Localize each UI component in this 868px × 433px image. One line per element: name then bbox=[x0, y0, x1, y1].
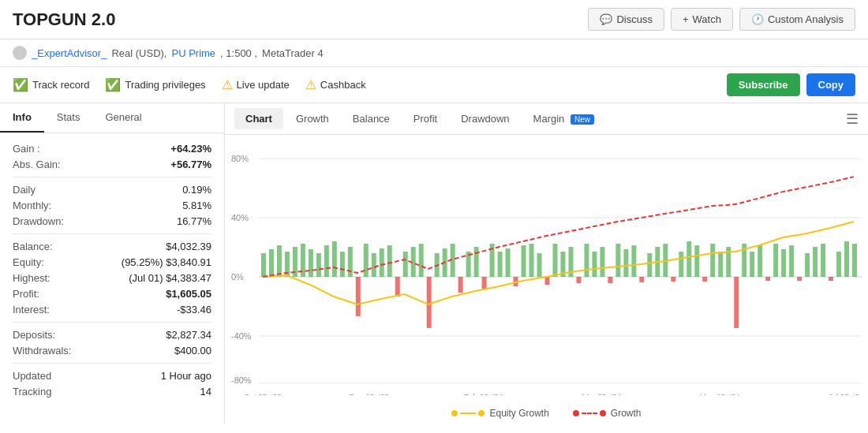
svg-rect-22 bbox=[364, 244, 369, 277]
svg-rect-33 bbox=[474, 247, 479, 277]
header: TOPGUN 2.0 💬 Discuss + Watch 🕐 Custom An… bbox=[0, 0, 868, 39]
chart-area: 80% 40% 0% -40% -80% bbox=[225, 135, 868, 403]
svg-rect-64 bbox=[805, 253, 810, 277]
svg-text:-40%: -40% bbox=[231, 331, 252, 341]
svg-rect-23 bbox=[372, 253, 376, 277]
svg-rect-44 bbox=[592, 252, 597, 277]
clock-icon: 🕐 bbox=[751, 13, 764, 25]
right-panel: Chart Growth Balance Profit Drawdown Mar… bbox=[225, 103, 868, 424]
svg-rect-17 bbox=[316, 253, 321, 277]
watch-button[interactable]: + Watch bbox=[671, 8, 733, 31]
author-link[interactable]: _ExpertAdvisor_ bbox=[32, 47, 107, 59]
svg-rect-84 bbox=[797, 277, 802, 281]
svg-text:Feb 02, '24: Feb 02, '24 bbox=[464, 392, 503, 395]
discuss-button[interactable]: 💬 Discuss bbox=[588, 8, 664, 31]
main-content: Info Stats General Gain : +64.23% Abs. G… bbox=[0, 103, 868, 424]
chat-icon: 💬 bbox=[600, 13, 612, 25]
chart-tabs: Chart Growth Balance Profit Drawdown Mar… bbox=[225, 103, 868, 135]
withdrawals-row: Withdrawals: $400.00 bbox=[13, 345, 211, 356]
svg-rect-82 bbox=[734, 277, 739, 328]
svg-rect-19 bbox=[332, 241, 337, 277]
svg-rect-78 bbox=[608, 277, 612, 283]
svg-rect-49 bbox=[647, 253, 652, 277]
svg-rect-48 bbox=[631, 245, 636, 277]
svg-rect-12 bbox=[277, 245, 282, 277]
svg-rect-37 bbox=[522, 245, 526, 277]
svg-text:80%: 80% bbox=[231, 154, 249, 163]
avatar bbox=[13, 46, 27, 60]
svg-rect-21 bbox=[348, 247, 353, 277]
chart-settings-icon[interactable]: ☰ bbox=[846, 110, 859, 128]
abs-gain-row: Abs. Gain: +56.77% bbox=[13, 159, 211, 170]
svg-rect-54 bbox=[694, 245, 699, 277]
svg-rect-67 bbox=[836, 252, 841, 277]
deposits-row: Deposits: $2,827.34 bbox=[13, 329, 211, 341]
svg-rect-39 bbox=[537, 253, 542, 277]
warn-icon: ⚠ bbox=[305, 77, 316, 92]
svg-rect-46 bbox=[615, 244, 620, 277]
tab-info[interactable]: Info bbox=[0, 103, 44, 133]
chart-tab-margin[interactable]: Margin New bbox=[522, 108, 605, 129]
svg-rect-18 bbox=[324, 245, 329, 277]
custom-analysis-button[interactable]: 🕐 Custom Analysis bbox=[739, 8, 855, 31]
warn-icon: ⚠ bbox=[222, 77, 233, 92]
svg-rect-76 bbox=[545, 277, 550, 285]
svg-text:-80%: -80% bbox=[231, 375, 252, 385]
chart-svg: 80% 40% 0% -40% -80% bbox=[231, 143, 862, 395]
svg-text:Oct 23, '23: Oct 23, '23 bbox=[244, 392, 282, 395]
svg-text:Dec 12, '23: Dec 12, '23 bbox=[350, 392, 390, 395]
interest-row: Interest: -$33.46 bbox=[13, 304, 211, 315]
svg-text:Mar 25, '24: Mar 25, '24 bbox=[582, 392, 622, 395]
header-actions: 💬 Discuss + Watch 🕐 Custom Analysis bbox=[588, 8, 855, 31]
tab-stats[interactable]: Stats bbox=[44, 103, 93, 133]
info-panel: Gain : +64.23% Abs. Gain: +56.77% Daily … bbox=[0, 133, 224, 411]
svg-text:0%: 0% bbox=[231, 272, 244, 282]
svg-rect-66 bbox=[821, 244, 825, 277]
broker-link[interactable]: PU Prime bbox=[171, 47, 215, 59]
badges-row: ✅ Track record ✅ Trading privileges ⚠ Li… bbox=[0, 67, 868, 103]
chart-tab-balance[interactable]: Balance bbox=[342, 108, 401, 129]
svg-rect-26 bbox=[403, 252, 408, 277]
svg-rect-79 bbox=[639, 277, 644, 282]
copy-button[interactable]: Copy bbox=[806, 73, 856, 96]
updated-row: Updated 1 Hour ago bbox=[13, 370, 211, 382]
plus-icon: + bbox=[683, 13, 689, 25]
chart-tab-growth[interactable]: Growth bbox=[285, 108, 340, 129]
profit-row: Profit: $1,605.05 bbox=[13, 288, 211, 300]
svg-rect-69 bbox=[852, 244, 857, 277]
gain-row: Gain : +64.23% bbox=[13, 143, 211, 155]
growth-line bbox=[582, 412, 597, 414]
subscribe-button[interactable]: Subscribe bbox=[727, 73, 800, 96]
svg-text:May 15, '24: May 15, '24 bbox=[700, 392, 741, 395]
svg-rect-43 bbox=[584, 244, 589, 277]
svg-text:Jul 05, '24: Jul 05, '24 bbox=[828, 392, 862, 395]
left-panel: Info Stats General Gain : +64.23% Abs. G… bbox=[0, 103, 225, 424]
equity-growth-dot bbox=[451, 410, 458, 416]
svg-rect-16 bbox=[309, 249, 313, 277]
svg-rect-24 bbox=[380, 248, 384, 277]
tab-general[interactable]: General bbox=[92, 103, 154, 133]
svg-rect-52 bbox=[679, 252, 683, 277]
svg-rect-61 bbox=[773, 244, 778, 277]
left-tabs: Info Stats General bbox=[0, 103, 224, 133]
svg-rect-45 bbox=[600, 247, 604, 277]
svg-rect-60 bbox=[758, 245, 762, 277]
chart-tab-drawdown[interactable]: Drawdown bbox=[450, 108, 520, 129]
daily-row: Daily 0.19% bbox=[13, 184, 211, 196]
equity-row: Equity: (95.25%) $3,840.91 bbox=[13, 256, 211, 268]
svg-rect-25 bbox=[387, 245, 392, 277]
badge-track-record: ✅ Track record bbox=[13, 77, 89, 92]
svg-rect-74 bbox=[482, 277, 487, 289]
svg-rect-20 bbox=[340, 252, 345, 277]
check-icon: ✅ bbox=[105, 77, 121, 92]
badge-cashback: ⚠ Cashback bbox=[305, 77, 366, 92]
equity-growth-line bbox=[460, 412, 476, 414]
svg-rect-71 bbox=[395, 277, 400, 297]
tracking-row: Tracking 14 bbox=[13, 386, 211, 398]
action-buttons: Subscribe Copy bbox=[727, 73, 855, 96]
chart-tab-profit[interactable]: Profit bbox=[402, 108, 448, 129]
growth-dot2 bbox=[600, 410, 606, 416]
equity-growth-dot2 bbox=[478, 410, 485, 416]
chart-tab-chart[interactable]: Chart bbox=[234, 108, 283, 129]
svg-rect-55 bbox=[710, 244, 715, 277]
